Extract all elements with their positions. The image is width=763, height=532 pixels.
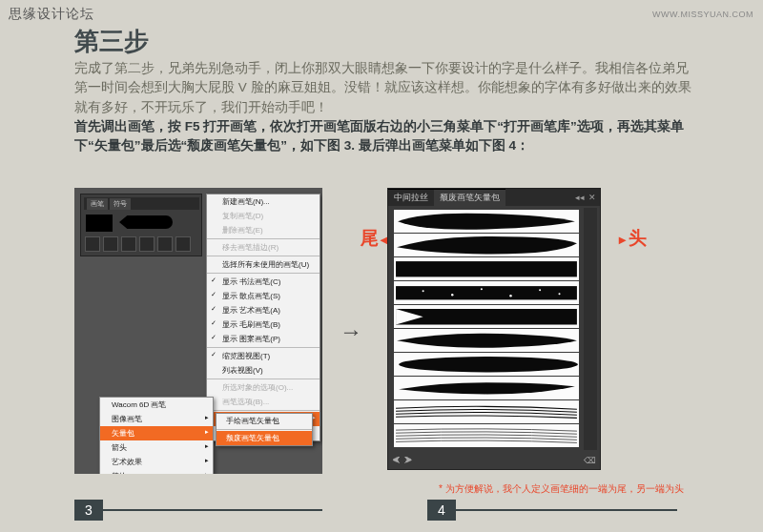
watermark-left: 思缘设计论坛 [9,6,94,23]
label-tail: 尾 [361,226,387,251]
menu-list-view[interactable]: 列表视图(V) [207,363,320,378]
brush-preview-6[interactable] [394,329,579,352]
instruction-paragraph: 完成了第二步，兄弟先别急动手，闭上你那双大眼睛想象一下你要设计的字是什么样子。我… [74,59,692,155]
brushes-list [392,208,581,454]
menu-brush-options[interactable]: 画笔选项(B)... [207,395,320,409]
svg-point-8 [399,357,578,372]
brush-cell[interactable] [175,236,191,252]
para-1: 完成了第二步，兄弟先别急动手，闭上你那双大眼睛想象一下你要设计的字是什么样子。我… [74,61,691,114]
chevron-left-icon[interactable]: ◂◂ [575,193,585,202]
svg-point-6 [539,289,541,291]
brush-mini-tabs: 画笔 符号 [84,197,199,210]
scrollbar[interactable] [584,208,597,450]
menu-new-brush[interactable]: 新建画笔(N)... [207,194,320,209]
brush-preview-4[interactable] [394,281,579,304]
menu-show-art[interactable]: 显示 艺术画笔(A) [207,303,320,317]
lib-decorative[interactable]: 装饰 [100,469,213,474]
lib-wacom[interactable]: Wacom 6D 画笔 [100,398,213,412]
lib-vector-pack[interactable]: 矢量包 [100,426,213,440]
brush-cell[interactable] [157,236,173,252]
sub-grunge[interactable]: 颓废画笔矢量包 [217,431,312,445]
menu-duplicate-brush[interactable]: 复制画笔(D) [207,209,320,223]
lib-image-brush[interactable]: 图像画笔 [100,412,213,426]
next-icon[interactable]: ⮞ [404,456,413,465]
brush-preview-7[interactable] [394,353,579,376]
step-4-rule [456,509,677,511]
tab-symbol[interactable]: 符号 [110,198,131,210]
vector-pack-submenu[interactable]: 手绘画笔矢量包 颓废画笔矢量包 [216,413,313,446]
brush-preview-1[interactable] [394,210,579,233]
menu-show-calligraphic[interactable]: 显示 书法画笔(C) [207,275,320,289]
svg-point-2 [423,290,424,292]
brush-preview-3[interactable] [394,257,579,280]
lib-artistic[interactable]: 艺术效果 [100,455,213,469]
brush-thumb [86,215,113,232]
tab-brush[interactable]: 画笔 [87,198,108,210]
brush-thumb-row [85,236,197,252]
brush-cell[interactable] [103,236,118,252]
menu-delete-brush[interactable]: 删除画笔(E) [207,223,320,237]
brush-cell[interactable] [139,236,155,252]
menu-remove-stroke[interactable]: 移去画笔描边(R) [207,240,320,255]
menu-show-bristle[interactable]: 显示 毛刷画笔(B) [207,317,320,332]
svg-point-4 [481,288,483,290]
brushes-footer: ⮜ ⮞ ⌫ [392,454,596,467]
brush-preview-8[interactable] [394,377,579,399]
close-icon[interactable]: ✕ [588,193,596,202]
brush-preview-5[interactable] [394,305,579,328]
svg-point-3 [451,294,453,296]
label-head: 头 [619,226,647,251]
trash-icon[interactable]: ⌫ [584,456,596,465]
brush-panel-menu[interactable]: 新建画笔(N)... 复制画笔(D) 删除画笔(E) 移去画笔描边(R) 选择所… [206,194,320,441]
figure-3-panel: 画笔 符号 新建画笔(N)... 复制画笔(D) 删除画笔(E) 移去画笔描边(… [74,188,322,474]
menu-thumbnail-view[interactable]: 缩览图视图(T) [207,349,320,363]
menu-options-selected[interactable]: 所选对象的选项(O)... [207,380,320,395]
watermark-right: WWW.MISSYUAN.COM [652,10,753,19]
svg-point-7 [559,293,561,295]
menu-show-pattern[interactable]: 显示 图案画笔(P) [207,332,320,346]
arrow-right-icon: → [322,318,380,345]
menu-show-scatter[interactable]: 显示 散点画笔(S) [207,289,320,303]
svg-rect-1 [396,286,577,299]
brush-mini-panel: 画笔 符号 [80,194,202,256]
step-3-badge: 3 [74,500,103,521]
brushes-library-panel: 中间拉丝 颓废画笔矢量包 ◂◂ ✕ [387,188,601,470]
step-heading: 第三步 [74,25,149,58]
svg-rect-0 [396,261,577,276]
figures-row: 画笔 符号 新建画笔(N)... 复制画笔(D) 删除画笔(E) 移去画笔描边(… [74,188,704,476]
sub-handdrawn[interactable]: 手绘画笔矢量包 [217,414,312,428]
brush-preview-9[interactable] [394,400,579,423]
brush-library-menu[interactable]: Wacom 6D 画笔 图像画笔 矢量包 箭头 艺术效果 装饰 边框 毛刷画笔 … [99,397,214,474]
lib-arrows[interactable]: 箭头 [100,440,213,455]
step-3-rule [103,509,322,511]
tab-grunge-pack[interactable]: 颓废画笔矢量包 [434,189,505,206]
figure-4-panel: 尾 头 中间拉丝 颓废画笔矢量包 ◂◂ ✕ [380,188,608,476]
brush-preview-10[interactable] [394,424,579,447]
brush-stroke-preview [119,215,173,229]
prev-icon[interactable]: ⮜ [392,456,401,465]
tab-middle-draw[interactable]: 中间拉丝 [388,189,434,206]
menu-select-unused[interactable]: 选择所有未使用的画笔(U) [207,257,320,272]
brush-cell[interactable] [85,236,100,252]
step-4-badge: 4 [427,500,456,521]
footnote: * 为方便解说，我个人定义画笔细的一端为尾，另一端为头 [439,482,684,495]
brush-cell[interactable] [121,236,136,252]
brushes-header: 中间拉丝 颓废画笔矢量包 ◂◂ ✕ [388,189,600,206]
para-strong: 首先调出画笔，按 F5 打开画笔，依次打开画笔面版右边的小三角菜单下“打开画笔库… [74,119,684,153]
svg-point-5 [509,295,511,297]
brush-preview-2[interactable] [394,234,579,256]
